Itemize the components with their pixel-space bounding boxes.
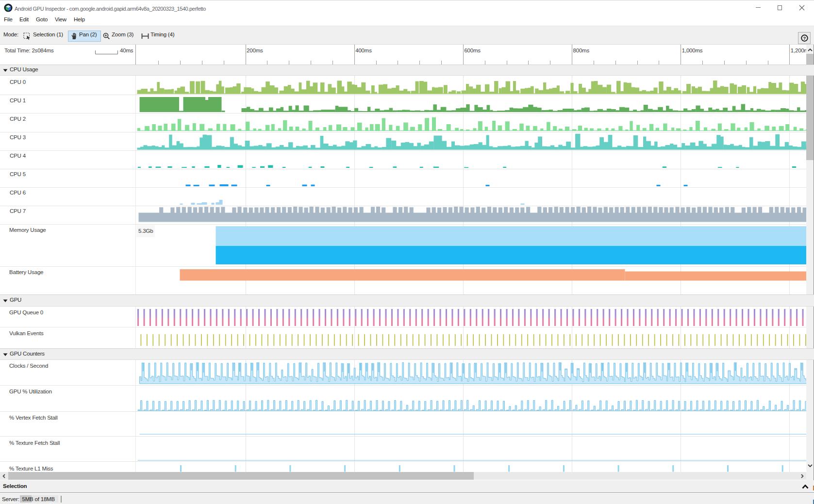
svg-text:?: ? <box>803 35 806 41</box>
